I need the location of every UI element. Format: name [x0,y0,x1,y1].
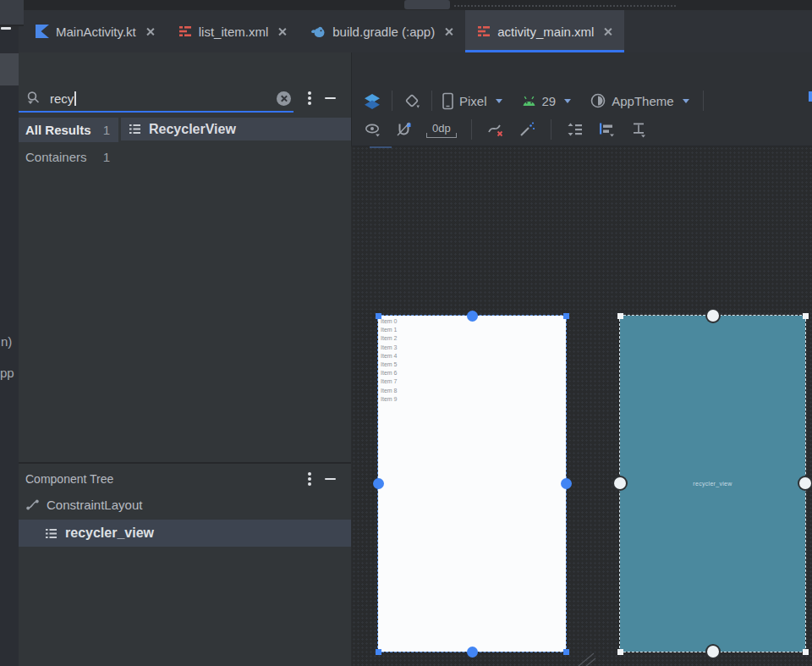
text-caret [74,91,76,106]
theme-selector[interactable]: AppTheme [590,92,689,109]
tree-item-label: ConstraintLayout [47,498,142,512]
tab-label: build.gradle (:app) [332,25,435,39]
constraint-anchor-top[interactable] [707,310,719,322]
minimize-icon[interactable] [325,97,336,100]
align-button[interactable] [597,121,617,138]
device-selector[interactable]: Pixel [442,92,502,110]
api-level-label: 29 [542,94,557,108]
palette-item-recyclerview[interactable]: RecyclerView [121,118,351,140]
constraint-anchor-bottom[interactable] [467,647,478,658]
tab-build-gradle[interactable]: build.gradle (:app) [299,10,465,52]
search-icon [25,90,42,107]
selection-corner-handle[interactable] [803,313,809,319]
clipped-label-fragment [370,146,392,148]
api-level-selector[interactable]: 29 [521,94,572,108]
palette-category-containers[interactable]: Containers 1 [19,145,118,169]
palette-item-label: RecyclerView [149,122,236,137]
autoconnect-button[interactable] [395,121,414,138]
tab-activity-main[interactable]: activity_main.xml [465,10,624,52]
design-surface-toolbar: Pixel 29 AppTheme [351,52,812,146]
clear-search-icon[interactable] [277,91,291,106]
theme-label: AppTheme [612,94,673,108]
view-options-button[interactable] [364,121,382,138]
component-tree-header: Component Tree [19,467,351,491]
category-label: Containers [25,150,87,164]
selection-corner-handle[interactable] [563,649,569,655]
top-edge-strip [0,0,812,10]
close-icon[interactable] [145,27,155,36]
palette-panel: recy All Results 1 Containers 1 Recycler… [19,52,351,462]
constraint-anchor-left[interactable] [373,478,384,489]
selection-corner-handle[interactable] [617,313,623,319]
device-label: Pixel [459,94,487,108]
design-surface[interactable]: Item 0 Item 1 Item 2 Item 3 Item 4 Item … [352,146,812,666]
design-toolbar-row-1: Pixel 29 AppTheme [352,86,812,115]
selection-corner-handle[interactable] [563,313,569,319]
pack-button[interactable] [566,121,584,138]
category-count: 1 [103,123,110,137]
list-item: Item 5 [381,361,397,369]
tree-item-label: recycler_view [65,526,154,541]
tab-label: list_item.xml [199,25,269,39]
android-icon [521,94,537,107]
close-icon[interactable] [603,27,612,36]
distribute-icon [630,121,649,138]
constraint-anchor-bottom[interactable] [707,646,719,658]
close-icon[interactable] [444,27,453,36]
selection-corner-handle[interactable] [803,649,809,655]
tab-mainactivity[interactable]: MainActivity.kt [24,10,167,52]
magnet-icon [395,121,414,138]
constraint-anchor-right[interactable] [561,478,572,489]
layers-icon [362,91,382,111]
close-icon[interactable] [277,27,287,36]
device-phone-icon [442,92,454,110]
category-count: 1 [103,150,110,164]
top-dotted-line [454,5,676,7]
list-item: Item 8 [381,387,397,395]
eye-icon [364,121,382,138]
orientation-icon [402,91,422,111]
constraint-anchor-top[interactable] [467,311,478,322]
chevron-down-icon [683,99,689,103]
tree-item-recycler-view[interactable]: recycler_view [19,520,351,547]
clipped-text-fragment: n) [1,334,12,349]
selection-corner-handle[interactable] [376,649,381,655]
align-icon [597,121,617,138]
default-margin-selector[interactable]: 0dp [426,122,457,138]
constraint-layout-icon [25,498,40,512]
blueprint-view-preview[interactable]: recycler_view [620,316,805,652]
gradle-file-icon [310,25,326,38]
design-blueprint-toggle[interactable] [362,91,382,111]
selection-corner-handle[interactable] [376,313,381,319]
list-view-icon [128,122,142,136]
list-item: Item 3 [381,344,397,352]
infer-constraints-button[interactable] [518,121,536,138]
theme-icon [590,92,606,109]
pack-icon [566,121,584,138]
infer-constraints-icon [518,121,536,138]
clear-constraints-button[interactable] [486,121,505,138]
design-toolbar-row-2: 0dp [352,117,812,142]
constraint-anchor-right[interactable] [799,477,811,489]
selection-corner-handle[interactable] [617,649,623,655]
kebab-menu-icon[interactable] [308,96,311,100]
list-item: Item 6 [381,369,397,377]
tab-list-item[interactable]: list_item.xml [167,10,299,52]
kebab-menu-icon[interactable] [308,477,311,481]
distribute-button[interactable] [630,121,649,138]
list-item: Item 7 [381,377,397,386]
category-label: All Results [25,123,91,137]
xml-layout-file-icon [178,25,192,38]
component-tree-panel: Component Tree ConstraintLayout recycler… [19,462,351,666]
list-view-icon [44,526,58,541]
constraint-anchor-left[interactable] [614,477,626,489]
minimize-icon[interactable] [325,478,336,481]
orientation-button[interactable] [402,91,422,111]
design-view-preview[interactable]: Item 0 Item 1 Item 2 Item 3 Item 4 Item … [378,316,566,652]
resize-handle-icon[interactable] [573,652,607,666]
search-input[interactable]: recy [50,91,74,106]
clipped-text-fragment: pp [0,366,14,380]
tree-item-constraintlayout[interactable]: ConstraintLayout [19,493,351,516]
palette-category-all-results[interactable]: All Results 1 [19,118,118,142]
palette-search-row[interactable]: recy [19,83,351,113]
